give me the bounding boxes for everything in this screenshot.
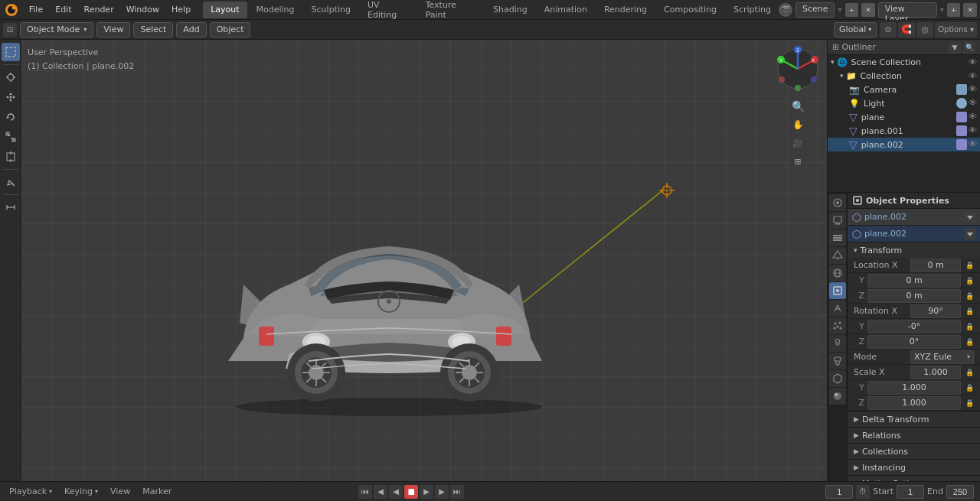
editor-type-icon[interactable]: ⊡	[3, 23, 17, 37]
transform-orientation-selector[interactable]: Global ▾	[834, 22, 877, 37]
bottom-playback-item[interactable]: Playback ▾	[6, 485, 55, 498]
blender-logo-icon[interactable]	[3, 2, 20, 18]
prop-tab-material[interactable]	[829, 388, 846, 405]
instancing-header[interactable]: ▶ Instancing	[848, 460, 980, 475]
bottom-keying-item[interactable]: Keying ▾	[61, 485, 101, 498]
jump-to-end-button[interactable]: ⏭	[450, 485, 464, 499]
prop-tab-scene[interactable]	[829, 247, 846, 264]
location-y-value[interactable]: 0 m	[867, 274, 961, 288]
outliner-item-collection[interactable]: ▾ 📁 Collection 👁	[828, 69, 980, 83]
scene-selector[interactable]: Scene	[795, 2, 835, 18]
prop-tab-physics[interactable]	[829, 335, 846, 352]
workspace-tab-layout[interactable]: Layout	[203, 2, 247, 18]
outliner-filter-icon[interactable]: ▼	[949, 41, 961, 54]
workspace-tab-scripting[interactable]: Scripting	[726, 2, 779, 18]
menu-window[interactable]: Window	[120, 2, 165, 18]
viewport-3d[interactable]: User Perspective (1) Collection | plane.…	[21, 40, 827, 481]
view-layer-selector[interactable]: View Layer	[878, 2, 937, 18]
location-x-lock-icon[interactable]: 🔒	[965, 262, 974, 269]
rotation-z-lock-icon[interactable]: 🔒	[965, 338, 974, 346]
camera-view-button[interactable]: 🎥	[789, 135, 806, 151]
bottom-marker-item[interactable]: Marker	[139, 485, 175, 498]
location-z-lock-icon[interactable]: 🔒	[965, 292, 974, 300]
camera-hide-icon[interactable]: 👁	[969, 84, 977, 95]
workspace-tab-rendering[interactable]: Rendering	[596, 2, 655, 18]
prop-tab-view-layer[interactable]	[829, 229, 846, 246]
scale-z-lock-icon[interactable]: 🔒	[965, 399, 974, 407]
object-mode-button[interactable]: Object Mode ▾	[20, 22, 93, 37]
workspace-tab-modeling[interactable]: Modeling	[249, 2, 302, 18]
delta-transform-header[interactable]: ▶ Delta Transform	[848, 412, 980, 427]
prop-tab-object[interactable]	[829, 282, 846, 299]
prop-tab-world[interactable]	[829, 265, 846, 281]
mesh-data-expand-icon[interactable]	[965, 229, 975, 239]
grid-view-button[interactable]: ⊞	[789, 153, 806, 170]
stop-button[interactable]: ■	[404, 485, 418, 499]
select-menu-button[interactable]: Select	[133, 22, 173, 37]
prop-tab-particles[interactable]	[829, 317, 846, 334]
outliner-item-scene-collection[interactable]: ▾ 🌐 Scene Collection 👁	[828, 55, 980, 69]
location-x-value[interactable]: 0 m	[910, 259, 961, 272]
prop-tab-modifier[interactable]	[829, 300, 846, 317]
viewlayer-delete-icon[interactable]: ✕	[963, 3, 977, 17]
menu-file[interactable]: File	[23, 2, 49, 18]
rotation-x-lock-icon[interactable]: 🔒	[965, 307, 974, 315]
motion-paths-header[interactable]: ▶ Motion Paths	[848, 476, 980, 481]
scale-z-value[interactable]: 1.000	[867, 396, 961, 410]
workspace-tab-animation[interactable]: Animation	[537, 2, 595, 18]
scale-x-value[interactable]: 1.000	[910, 366, 961, 379]
rotation-z-value[interactable]: 0°	[867, 335, 961, 349]
prop-tab-constraints[interactable]	[829, 353, 846, 369]
options-dropdown[interactable]: Options ▾	[935, 22, 977, 37]
play-reverse-button[interactable]: ◀	[389, 485, 403, 499]
hand-button[interactable]: ✋	[789, 116, 806, 133]
annotate-tool[interactable]	[2, 173, 20, 191]
prev-keyframe-button[interactable]: ◀	[374, 485, 387, 499]
measure-tool[interactable]	[2, 198, 20, 216]
viewlayer-add-icon[interactable]: +	[947, 3, 961, 17]
outliner-item-plane002[interactable]: ▽ plane.002 👁	[828, 138, 980, 151]
mesh-data-link[interactable]: plane.002	[864, 229, 906, 239]
transform-section-header[interactable]: ▾ Transform	[848, 242, 980, 258]
plane001-hide-icon[interactable]: 👁	[969, 125, 977, 136]
scene-add-icon[interactable]: +	[845, 3, 859, 17]
scale-x-lock-icon[interactable]: 🔒	[965, 369, 974, 376]
collections-header[interactable]: ▶ Collections	[848, 444, 980, 459]
play-forward-button[interactable]: ▶	[420, 485, 433, 499]
scene-collection-hide-icon[interactable]: 👁	[969, 57, 977, 67]
object-name-expand-icon[interactable]	[965, 212, 975, 223]
object-name-link[interactable]: plane.002	[864, 212, 906, 222]
collection-hide-icon[interactable]: 👁	[969, 71, 977, 81]
start-frame-input[interactable]	[897, 485, 924, 499]
outliner-search-icon[interactable]: 🔍	[963, 41, 975, 54]
view-menu-button[interactable]: View	[96, 22, 130, 37]
next-keyframe-button[interactable]: ▶	[435, 485, 449, 499]
prop-tab-data[interactable]	[829, 370, 846, 387]
scale-y-value[interactable]: 1.000	[867, 381, 961, 395]
rotation-y-lock-icon[interactable]: 🔒	[965, 323, 974, 330]
outliner-item-camera[interactable]: 📷 Camera 👁	[828, 83, 980, 96]
relations-header[interactable]: ▶ Relations	[848, 428, 980, 443]
rotation-mode-value[interactable]: XYZ Eule ▾	[910, 350, 974, 364]
snap-button[interactable]: 🧲	[898, 22, 915, 37]
rotation-x-value[interactable]: 90°	[910, 304, 961, 318]
outliner-item-light[interactable]: 💡 Light 👁	[828, 96, 980, 110]
prop-tab-render[interactable]	[829, 194, 846, 211]
end-frame-input[interactable]	[946, 485, 974, 499]
menu-edit[interactable]: Edit	[49, 2, 77, 18]
scale-y-lock-icon[interactable]: 🔒	[965, 384, 974, 392]
plane-hide-icon[interactable]: 👁	[969, 112, 977, 122]
light-hide-icon[interactable]: 👁	[969, 98, 977, 109]
workspace-tab-texture-paint[interactable]: Texture Paint	[418, 2, 484, 18]
proportional-edit-button[interactable]: ◎	[916, 22, 933, 37]
jump-to-start-button[interactable]: ⏮	[358, 485, 372, 499]
select-box-tool[interactable]	[2, 43, 20, 61]
pivot-point-button[interactable]: ⊙	[880, 22, 897, 37]
prop-tab-output[interactable]	[829, 212, 846, 229]
location-z-value[interactable]: 0 m	[867, 289, 961, 303]
cursor-tool[interactable]	[2, 68, 20, 86]
object-menu-button[interactable]: Object	[210, 22, 251, 37]
rotate-tool[interactable]	[2, 108, 20, 126]
workspace-tab-sculpting[interactable]: Sculpting	[304, 2, 358, 18]
current-frame-input[interactable]	[825, 485, 853, 499]
